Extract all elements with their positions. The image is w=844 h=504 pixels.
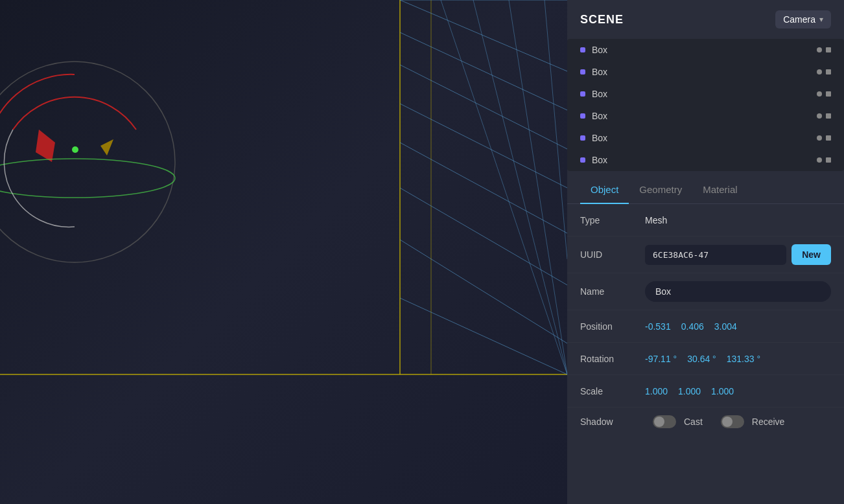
scene-header: SCENE Camera ▾ [567,0,844,39]
square-icon [826,91,831,97]
tab-geometry[interactable]: Geometry [629,176,692,204]
scale-row: Scale 1.000 1.000 1.000 [567,375,844,407]
scene-item-dot [580,47,585,52]
type-row: Type Mesh [567,204,844,236]
scene-item-dot [580,69,585,74]
scene-3d-view [0,0,567,504]
dot-icon [817,157,822,163]
scene-item[interactable]: Box [567,105,844,127]
square-icon [826,157,831,163]
scene-item-icons [817,69,831,74]
scene-item-dot [580,113,585,119]
position-x[interactable]: -0.531 [645,321,671,332]
uuid-new-button[interactable]: New [791,244,831,265]
uuid-label: UUID [580,249,645,260]
dot-icon [817,91,822,97]
svg-line-13 [473,0,567,374]
scene-item[interactable]: Box [567,39,844,61]
svg-line-3 [400,0,567,71]
scene-item-icons [817,135,831,141]
position-z[interactable]: 3.004 [714,321,737,332]
scale-x[interactable]: 1.000 [645,386,668,396]
camera-dropdown-label: Camera [783,14,815,25]
scene-item-dot [580,157,585,163]
square-icon [826,135,831,141]
chevron-down-icon: ▾ [819,15,823,24]
scene-item-label: Box [592,45,810,55]
type-label: Type [580,215,645,225]
scale-z[interactable]: 1.000 [711,386,734,396]
right-panel: SCENE Camera ▾ Box Box Box [567,0,844,504]
shadow-cast-label: Cast [684,417,703,427]
scene-item[interactable]: Box [567,61,844,83]
uuid-value[interactable]: 6CE38AC6-47 [645,245,786,265]
scene-item-label: Box [592,111,810,121]
svg-line-6 [400,104,567,188]
camera-dropdown[interactable]: Camera ▾ [775,10,831,29]
square-icon [826,113,831,119]
svg-line-8 [400,188,567,285]
svg-line-5 [400,65,567,149]
position-label: Position [580,321,645,332]
shadow-row: Shadow Cast Receive [567,407,844,436]
scene-item-dot [580,135,585,141]
position-values: -0.531 0.406 3.004 [645,321,831,332]
scene-item-icons [817,47,831,52]
scale-label: Scale [580,386,645,396]
scene-item-icons [817,113,831,119]
shadow-label: Shadow [580,417,645,427]
square-icon [826,69,831,74]
scene-item-label: Box [592,155,810,165]
dot-icon [817,113,822,119]
svg-line-9 [400,240,567,343]
name-row: Name [567,273,844,310]
dot-icon [817,47,822,52]
object-properties: Type Mesh UUID 6CE38AC6-47 New Name Posi… [567,204,844,504]
shadow-receive-toggle[interactable] [721,415,744,428]
shadow-cast-toggle[interactable] [653,415,676,428]
scale-y[interactable]: 1.000 [678,386,701,396]
scene-item-label: Box [592,89,810,99]
scene-item[interactable]: Box [567,149,844,171]
rotation-values: -97.11 ° 30.64 ° 131.33 ° [645,354,831,364]
shadow-receive-label: Receive [752,417,785,427]
scene-item-dot [580,91,585,97]
svg-point-17 [0,159,175,198]
svg-point-16 [0,62,175,262]
square-icon [826,47,831,52]
scene-item-label: Box [592,133,810,143]
svg-line-4 [400,32,567,110]
uuid-row: UUID 6CE38AC6-47 New [567,236,844,273]
svg-line-12 [441,0,567,374]
viewport[interactable] [0,0,567,504]
rotation-z[interactable]: 131.33 ° [727,354,760,364]
svg-line-15 [545,0,567,259]
position-y[interactable]: 0.406 [681,321,704,332]
rotation-row: Rotation -97.11 ° 30.64 ° 131.33 ° [567,343,844,375]
scene-item-icons [817,157,831,163]
scene-item[interactable]: Box [567,83,844,105]
tab-material[interactable]: Material [692,176,747,204]
scene-item-icons [817,91,831,97]
svg-line-14 [509,0,567,374]
scene-title: SCENE [580,13,624,27]
svg-line-10 [400,298,567,374]
position-row: Position -0.531 0.406 3.004 [567,310,844,343]
property-tabs: Object Geometry Material [567,176,844,204]
dot-icon [817,135,822,141]
dot-icon [817,69,822,74]
tab-object[interactable]: Object [580,176,629,204]
svg-marker-18 [100,139,113,155]
rotation-y[interactable]: 30.64 ° [687,354,716,364]
name-input[interactable] [645,281,831,302]
scale-values: 1.000 1.000 1.000 [645,386,831,396]
svg-line-7 [400,143,567,233]
type-value: Mesh [645,215,831,225]
scene-item[interactable]: Box [567,127,844,149]
rotation-label: Rotation [580,354,645,364]
scene-list: Box Box Box Box [567,39,844,171]
name-label: Name [580,286,645,297]
scene-item-label: Box [592,67,810,77]
rotation-x[interactable]: -97.11 ° [645,354,677,364]
svg-point-19 [72,146,78,153]
